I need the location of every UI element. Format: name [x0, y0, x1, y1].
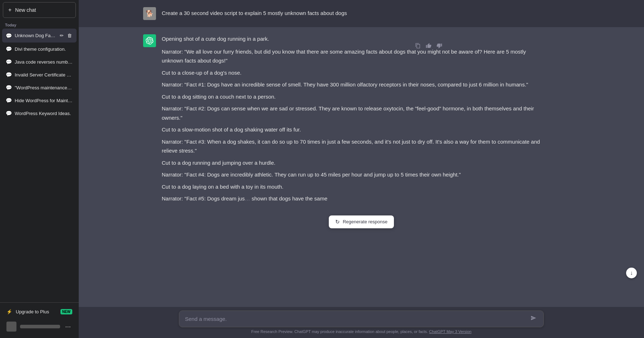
response-line-4: Cut to a dog sitting on a couch next to … — [162, 92, 544, 101]
response-line-1: Narrator: "We all love our furry friends… — [162, 47, 544, 65]
response-line-10: Cut to a dog laying on a bed with a toy … — [162, 182, 544, 192]
main-content: 🐕 Create a 30 second video script to exp… — [79, 0, 644, 338]
response-line-2: Cut to a close-up of a dog's nose. — [162, 68, 544, 78]
footer-version-link[interactable]: ChatGPT May 3 Version — [429, 329, 471, 334]
response-line-6: Cut to a slow-motion shot of a dog shaki… — [162, 125, 544, 134]
user-prompt-area: 🐕 Create a 30 second video script to exp… — [79, 0, 644, 27]
gpt-avatar — [143, 34, 156, 47]
prompt-thumbnail: 🐕 — [143, 7, 156, 20]
chat-item-label: Hide WordPress for Maintenan — [15, 98, 73, 103]
new-chat-button[interactable]: + New chat — [3, 2, 76, 18]
delete-chat-button[interactable]: 🗑 — [66, 32, 73, 39]
chat-bubble-icon: 💬 — [6, 98, 12, 103]
input-area: Free Research Preview. ChatGPT may produ… — [79, 307, 644, 338]
chat-item-label: Unknown Dog Facts. — [15, 33, 56, 38]
response-line-9: Narrator: "Fact #4: Dogs are incredibly … — [162, 170, 544, 179]
footer-disclaimer: Free Research Preview. ChatGPT may produ… — [251, 329, 428, 334]
upgrade-label: Upgrade to Plus — [16, 309, 49, 314]
upgrade-badge: NEW — [60, 309, 72, 314]
footer-text: Free Research Preview. ChatGPT may produ… — [179, 327, 544, 335]
copy-response-button[interactable] — [414, 41, 422, 50]
chat-bubble-icon: 💬 — [6, 59, 12, 65]
new-chat-label: New chat — [15, 7, 36, 13]
regenerate-button[interactable]: ↻ Regenerate response — [329, 215, 394, 228]
thumbs-up-button[interactable] — [424, 41, 433, 50]
chat-item-label: Invalid Server Certificate Error — [15, 72, 73, 78]
user-profile[interactable]: ⋯ — [3, 318, 76, 335]
chat-bubble-icon: 💬 — [6, 33, 12, 39]
sidebar-item-wordpress-maintenance[interactable]: 💬 "WordPress maintenance plug — [2, 81, 77, 94]
chat-item-label: Divi theme configuration. — [15, 46, 73, 52]
chat-item-label: WordPress Keyword Ideas. — [15, 111, 73, 116]
response-actions — [414, 41, 444, 50]
upgrade-icon: ⚡ — [6, 309, 12, 314]
sidebar-item-divi-theme[interactable]: 💬 Divi theme configuration. — [2, 43, 77, 55]
svg-text:🐕: 🐕 — [146, 10, 154, 18]
chat-bubble-icon: 💬 — [6, 85, 12, 90]
plus-icon: + — [8, 7, 11, 13]
chat-item-label: "WordPress maintenance plug — [15, 85, 73, 90]
sidebar-item-unknown-dog-facts[interactable]: 💬 Unknown Dog Facts. ✏ 🗑 — [2, 29, 77, 43]
response-area[interactable]: Opening shot of a cute dog running in a … — [79, 27, 644, 307]
response-line-11: Narrator: "Fact #5: Dogs dream jus… show… — [162, 194, 544, 203]
sidebar-item-hide-wordpress[interactable]: 💬 Hide WordPress for Maintenan — [2, 94, 77, 107]
sidebar: + New chat Today 💬 Unknown Dog Facts. ✏ … — [0, 0, 79, 338]
user-avatar — [6, 322, 16, 332]
upgrade-to-plus-button[interactable]: ⚡ Upgrade to Plus NEW — [3, 305, 76, 318]
sidebar-item-invalid-server[interactable]: 💬 Invalid Server Certificate Error — [2, 68, 77, 81]
response-wrapper: Opening shot of a cute dog running in a … — [162, 34, 544, 205]
today-section-label: Today — [0, 20, 79, 29]
regenerate-area: ↻ Regenerate response — [79, 212, 644, 233]
response-line-3: Narrator: "Fact #1: Dogs have an incredi… — [162, 80, 544, 89]
chat-bubble-icon: 💬 — [6, 110, 12, 116]
message-input[interactable] — [185, 316, 529, 322]
user-name — [20, 325, 60, 328]
response-line-7: Narrator: "Fact #3: When a dog shakes, i… — [162, 137, 544, 155]
send-button[interactable] — [529, 315, 538, 323]
prompt-text: Create a 30 second video script to expla… — [162, 7, 347, 18]
user-menu-button[interactable]: ⋯ — [64, 323, 72, 331]
sidebar-item-java-code[interactable]: 💬 Java code reverses numbers. — [2, 55, 77, 68]
regenerate-label: Regenerate response — [343, 219, 387, 224]
sidebar-item-wordpress-keyword[interactable]: 💬 WordPress Keyword Ideas. — [2, 107, 77, 120]
response-content: Opening shot of a cute dog running in a … — [162, 34, 544, 203]
chat-bubble-icon: 💬 — [6, 72, 12, 78]
message-input-box — [179, 310, 544, 327]
response-line-8: Cut to a dog running and jumping over a … — [162, 158, 544, 168]
scroll-to-bottom-button[interactable]: ↓ — [626, 268, 637, 278]
chat-item-actions: ✏ 🗑 — [59, 32, 73, 39]
thumbs-down-button[interactable] — [435, 41, 444, 50]
chat-bubble-icon: 💬 — [6, 46, 12, 52]
sidebar-bottom: ⚡ Upgrade to Plus NEW ⋯ — [0, 302, 79, 338]
chat-list: 💬 Unknown Dog Facts. ✏ 🗑 💬 Divi theme co… — [0, 29, 79, 302]
regenerate-icon: ↻ — [335, 219, 340, 225]
response-line-5: Narrator: "Fact #2: Dogs can sense when … — [162, 104, 544, 122]
response-opening-line: Opening shot of a cute dog running in a … — [162, 34, 544, 44]
response-inner: Opening shot of a cute dog running in a … — [79, 27, 644, 212]
chat-item-label: Java code reverses numbers. — [15, 59, 73, 65]
edit-chat-button[interactable]: ✏ — [59, 32, 65, 39]
